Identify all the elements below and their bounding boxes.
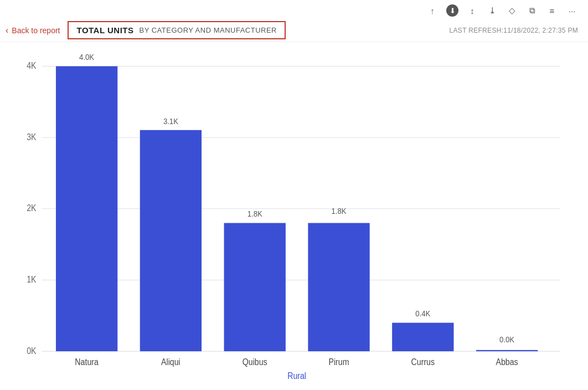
svg-text:Pirum: Pirum [329,357,349,367]
bar-natura[interactable] [56,66,117,352]
svg-text:Aliqui: Aliqui [161,357,180,367]
svg-text:0.0K: 0.0K [499,335,515,345]
svg-text:3.1K: 3.1K [163,116,179,126]
bar-aliqui[interactable] [140,130,202,351]
back-button[interactable]: ‹ Back to report [6,25,68,35]
chart-title-sub: BY CATEGORY AND MANUFACTURER [139,26,277,34]
bar-currus[interactable] [392,323,453,351]
svg-text:Currus: Currus [411,357,435,367]
svg-text:1.8K: 1.8K [247,209,263,219]
bar-chart: 4K 3K 2K 1K 0K 4.0K 3.1K 1.8K 1.8K 0.4K [11,48,571,382]
svg-text:0.4K: 0.4K [415,309,431,319]
svg-text:2K: 2K [27,203,36,213]
last-refresh-label: LAST REFRESH:11/18/2022, 2:27:35 PM [450,27,578,34]
back-label: Back to report [12,26,60,35]
svg-text:3K: 3K [27,132,36,142]
chart-title-total: TOTAL UNITS [76,25,133,35]
svg-text:Quibus: Quibus [243,357,267,367]
sort-desc-icon[interactable]: ↕ [466,4,478,17]
chart-title-box: TOTAL UNITS BY CATEGORY AND MANUFACTURER [68,21,286,39]
svg-text:0K: 0K [27,346,36,356]
chart-container: 4K 3K 2K 1K 0K 4.0K 3.1K 1.8K 1.8K 0.4K [11,48,571,382]
download-icon[interactable]: ⬇ [446,4,458,17]
svg-text:Rural: Rural [287,371,306,381]
svg-text:4.0K: 4.0K [79,53,95,62]
chart-area: 4K 3K 2K 1K 0K 4.0K 3.1K 1.8K 1.8K 0.4K [0,42,588,382]
bar-pirum[interactable] [308,223,369,352]
toolbar: ↑ ⬇ ↕ ⤓ ◇ ⧉ ≡ ··· [0,0,588,19]
filter-icon[interactable]: ≡ [546,4,558,17]
copy-icon[interactable]: ⧉ [526,4,538,17]
pin-icon[interactable]: ◇ [506,4,518,17]
svg-text:1.8K: 1.8K [331,206,347,215]
header-row: ‹ Back to report TOTAL UNITS BY CATEGORY… [0,19,588,42]
svg-text:Natura: Natura [75,357,99,367]
focus-icon[interactable]: ⤓ [486,4,498,17]
sort-asc-icon[interactable]: ↑ [426,4,439,17]
svg-text:1K: 1K [27,274,36,284]
bar-abbas[interactable] [476,350,538,351]
svg-text:4K: 4K [27,60,36,70]
back-chevron-icon: ‹ [6,25,8,35]
svg-text:Abbas: Abbas [496,357,518,367]
bar-quibus[interactable] [224,223,286,352]
more-icon[interactable]: ··· [566,4,578,17]
